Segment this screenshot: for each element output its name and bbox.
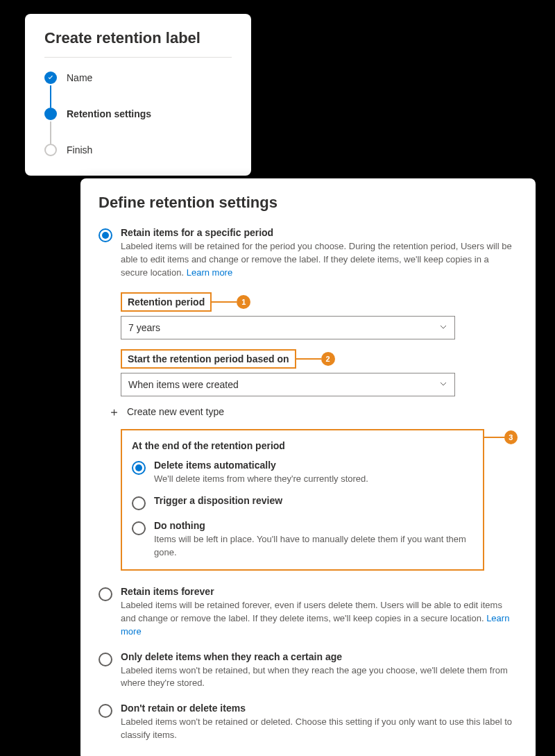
dropdown-value: 7 years xyxy=(128,322,160,333)
option-body: Don't retain or delete items Labeled ite… xyxy=(121,703,518,742)
create-event-label: Create new event type xyxy=(127,406,224,417)
step-label: Finish xyxy=(67,144,92,156)
option-disposition-review[interactable]: Trigger a disposition review xyxy=(132,495,473,510)
option-body: Retain items for a specific period Label… xyxy=(121,227,518,280)
radio-unselected-icon[interactable] xyxy=(99,704,112,718)
option-description: Items will be left in place. You'll have… xyxy=(154,533,473,560)
end-of-period-box: At the end of the retention period Delet… xyxy=(121,429,484,571)
callout-badge-2: 2 xyxy=(321,352,335,366)
step-current-icon xyxy=(44,108,57,120)
wizard-title: Create retention label xyxy=(44,29,232,58)
option-body: Do nothing Items will be left in place. … xyxy=(154,520,473,560)
option-label: Delete items automatically xyxy=(154,460,473,471)
option-description: Labeled items will be retained for the p… xyxy=(121,240,518,280)
end-of-period-title: At the end of the retention period xyxy=(132,440,473,451)
page-title: Define retention settings xyxy=(99,194,518,212)
option-label: Do nothing xyxy=(154,520,473,531)
radio-unselected-icon[interactable] xyxy=(99,653,112,666)
option-body: Delete items automatically We'll delete … xyxy=(154,460,473,486)
wizard-step-name[interactable]: Name xyxy=(44,67,232,103)
retention-start-dropdown[interactable]: When items were created xyxy=(121,373,455,396)
plus-icon: ＋ xyxy=(108,406,120,418)
wizard-panel: Create retention label Name Retention se… xyxy=(25,14,251,176)
option-description: Labeled items won't be retained, but whe… xyxy=(121,664,518,691)
settings-panel: Define retention settings Retain items f… xyxy=(80,178,536,756)
chevron-down-icon xyxy=(439,379,447,390)
option-retain-specific[interactable]: Retain items for a specific period Label… xyxy=(99,227,518,280)
callout-connector xyxy=(296,358,321,360)
option-body: Retain items forever Labeled items will … xyxy=(121,586,518,639)
option-description: We'll delete items from where they're cu… xyxy=(154,473,473,486)
option-body: Only delete items when they reach a cert… xyxy=(121,651,518,691)
retention-period-label: Retention period xyxy=(121,292,212,312)
retention-period-dropdown[interactable]: 7 years xyxy=(121,316,455,339)
learn-more-link[interactable]: Learn more xyxy=(187,267,232,278)
step-label: Name xyxy=(67,72,92,83)
radio-unselected-icon[interactable] xyxy=(132,496,146,510)
retention-start-label: Start the retention period based on xyxy=(121,349,296,369)
radio-selected-icon[interactable] xyxy=(99,228,112,242)
field-label-row: Start the retention period based on 2 xyxy=(121,349,518,369)
radio-unselected-icon[interactable] xyxy=(99,587,112,601)
callout-connector xyxy=(212,301,237,303)
wizard-steps: Name Retention settings Finish xyxy=(44,67,232,156)
option-delete-auto[interactable]: Delete items automatically We'll delete … xyxy=(132,460,473,486)
callout-connector xyxy=(484,437,504,438)
radio-unselected-icon[interactable] xyxy=(132,521,146,535)
option-label: Don't retain or delete items xyxy=(121,703,518,714)
create-event-type-button[interactable]: ＋ Create new event type xyxy=(108,406,518,418)
retention-period-field: Retention period 1 7 years xyxy=(121,292,518,339)
option-label: Only delete items when they reach a cert… xyxy=(121,651,518,662)
option-label: Retain items for a specific period xyxy=(121,227,518,238)
option-label: Retain items forever xyxy=(121,586,518,597)
wizard-step-finish[interactable]: Finish xyxy=(44,140,232,156)
option-do-nothing[interactable]: Do nothing Items will be left in place. … xyxy=(132,520,473,560)
callout-badge-3: 3 xyxy=(504,430,518,444)
step-label: Retention settings xyxy=(67,108,151,119)
step-pending-icon xyxy=(44,144,57,156)
retention-start-field: Start the retention period based on 2 Wh… xyxy=(121,349,518,396)
option-body: Trigger a disposition review xyxy=(154,495,473,510)
field-label-row: Retention period 1 xyxy=(121,292,518,312)
option-description: Labeled items will be retained forever, … xyxy=(121,599,518,639)
radio-selected-icon[interactable] xyxy=(132,461,146,475)
option-retain-forever[interactable]: Retain items forever Labeled items will … xyxy=(99,586,518,639)
chevron-down-icon xyxy=(439,322,447,333)
option-label: Trigger a disposition review xyxy=(154,495,473,506)
wizard-step-retention[interactable]: Retention settings xyxy=(44,103,232,140)
step-completed-icon xyxy=(44,72,57,84)
option-only-delete[interactable]: Only delete items when they reach a cert… xyxy=(99,651,518,691)
end-of-period-group: At the end of the retention period Delet… xyxy=(121,429,518,571)
option-dont-retain[interactable]: Don't retain or delete items Labeled ite… xyxy=(99,703,518,742)
dropdown-value: When items were created xyxy=(128,379,239,390)
callout-badge-1: 1 xyxy=(237,295,250,309)
option-description: Labeled items won't be retained or delet… xyxy=(121,716,518,742)
